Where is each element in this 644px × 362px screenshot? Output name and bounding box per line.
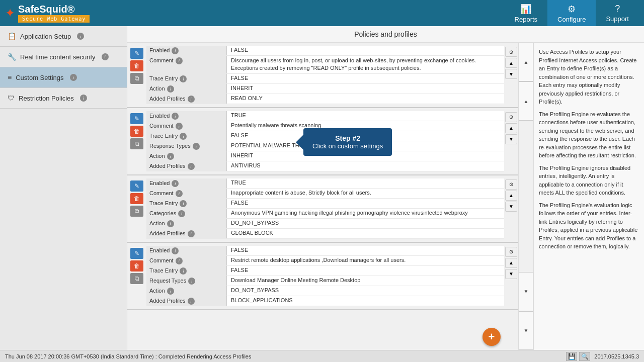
scroll-up-2[interactable]: ⊙ <box>505 112 517 122</box>
logo-subtitle: Secure Web Gateway <box>18 15 90 23</box>
field-row: Action i DO_NOT_BYPASS <box>146 219 504 229</box>
restriction-policies-icon: 🛡 <box>8 94 15 102</box>
field-value: Inappropriate content is abuse, Strictly… <box>227 189 504 198</box>
copy-button-4[interactable]: ⧉ <box>130 273 143 284</box>
application-setup-icon: 📋 <box>8 32 16 40</box>
nav-support[interactable]: ? Support <box>596 0 639 27</box>
realtime-content-info-icon: i <box>102 53 109 60</box>
scroll-down-button[interactable]: ▼ <box>519 272 533 311</box>
scroll-up-3[interactable]: ⊙ <box>505 179 517 190</box>
field-value: TRUE <box>227 111 504 121</box>
version-text: 2017.0525.1345.3 <box>594 353 639 359</box>
scroll-top-button[interactable]: ▲ <box>519 43 533 81</box>
status-message: Thu Jun 08 2017 20:00:36 GMT+0530 (India… <box>5 353 251 359</box>
field-row: Enabled i TRUE <box>146 111 504 121</box>
scroll-up-4[interactable]: ⊙ <box>505 247 517 257</box>
add-policy-button[interactable]: + <box>482 328 501 346</box>
info-icon: i <box>178 210 185 217</box>
field-label: Trace Entry i <box>146 266 227 276</box>
edit-button-2[interactable]: ✎ <box>130 113 143 124</box>
field-value: TRUE <box>227 178 504 188</box>
search-icon-button[interactable]: 🔍 <box>579 352 590 361</box>
info-icon: i <box>188 298 195 305</box>
scroll-bottom-button[interactable]: ▼ <box>519 311 533 350</box>
field-label: Enabled i <box>146 46 227 55</box>
info-icon: i <box>180 267 187 275</box>
field-row: Enabled i TRUE <box>146 178 504 189</box>
sidebar-item-realtime-content[interactable]: 🔧 Real time content security i <box>0 47 127 67</box>
reports-icon: 📊 <box>520 4 531 15</box>
nav-reports[interactable]: 📊 Reports <box>505 0 548 27</box>
field-row: Trace Entry i FALSE <box>146 74 504 84</box>
policy-actions-2: ✎ 🗑 ⧉ <box>127 111 146 171</box>
delete-button-3[interactable]: 🗑 <box>130 193 143 204</box>
info-icon: i <box>167 153 174 160</box>
field-row: Comment i Discourage all users from log … <box>146 56 504 74</box>
sidebar-item-custom-settings[interactable]: ≡ Custom Settings i <box>0 67 127 88</box>
right-panel-text-3: The Profiling Engine ignores disabled en… <box>539 164 639 197</box>
sidebar-item-application-setup[interactable]: 📋 Application Setup i <box>0 26 127 47</box>
up-2[interactable]: ▲ <box>505 123 517 133</box>
tooltip-bubble: Step #2 Click on custom settings <box>303 128 392 156</box>
field-row: Added Profiles i READ ONLY <box>146 94 504 104</box>
delete-button-4[interactable]: 🗑 <box>130 260 143 272</box>
down-1[interactable]: ▼ <box>505 69 517 79</box>
sidebar-item-restriction-policies-label: Restriction Policies <box>19 95 74 102</box>
nav-configure[interactable]: ⚙ Configure <box>547 0 596 27</box>
field-row: Enabled i FALSE <box>146 246 504 256</box>
content-body: Step #2 Click on custom settings ✎ 🗑 ⧉ E… <box>127 43 644 350</box>
field-label: Added Profiles i <box>146 229 227 238</box>
delete-button-2[interactable]: 🗑 <box>130 126 143 137</box>
scroll-up-1[interactable]: ⊙ <box>505 47 517 57</box>
field-row: Request Types i Download Manager Online … <box>146 276 504 286</box>
field-label: Enabled i <box>146 246 227 255</box>
copy-button-3[interactable]: ⧉ <box>130 206 143 217</box>
field-label: Comment i <box>146 56 227 73</box>
field-label: Action i <box>146 286 227 296</box>
field-value: BLOCK_APPLICATIONS <box>227 296 504 306</box>
scroll-up-button[interactable]: ▲ <box>519 81 533 120</box>
header: ✦ SafeSquid® Secure Web Gateway 📊 Report… <box>0 0 644 26</box>
logo-area: ✦ SafeSquid® Secure Web Gateway <box>5 4 90 23</box>
field-label: Action i <box>146 151 227 161</box>
sidebar-item-restriction-policies[interactable]: 🛡 Restriction Policies i <box>0 88 127 109</box>
content-area: Policies and profiles Step #2 Click on c… <box>127 26 644 350</box>
info-icon: i <box>180 200 187 207</box>
policy-fields-1: Enabled i FALSE Comment i Discourage all… <box>146 46 504 104</box>
sidebar-item-realtime-label: Real time content security <box>20 53 96 61</box>
save-icon-button[interactable]: 💾 <box>566 352 577 361</box>
field-row: Action i DO_NOT_BYPASS <box>146 286 504 296</box>
info-icon: i <box>176 257 183 264</box>
configure-icon: ⚙ <box>568 4 576 15</box>
policy-scroll-3: ⊙ ▲ ▼ <box>504 178 518 239</box>
down-2[interactable]: ▼ <box>505 134 517 144</box>
edit-button-1[interactable]: ✎ <box>130 48 143 59</box>
field-value: Download Manager Online Meeting Remote D… <box>227 276 504 286</box>
restriction-policies-info-icon: i <box>80 95 87 102</box>
field-label: Comment i <box>146 189 227 198</box>
status-right: 💾 🔍 2017.0525.1345.3 <box>566 352 639 361</box>
up-3[interactable]: ▲ <box>505 191 517 201</box>
copy-button-2[interactable]: ⧉ <box>130 138 143 149</box>
field-row: Comment i Restrict remote desktop applic… <box>146 256 504 266</box>
nav-configure-label: Configure <box>557 16 586 23</box>
field-label: Enabled i <box>146 178 227 188</box>
policy-actions-1: ✎ 🗑 ⧉ <box>127 46 146 104</box>
policy-fields-3: Enabled i TRUE Comment i Inappropriate c… <box>146 178 504 239</box>
policy-entry-4: ✎ 🗑 ⧉ Enabled i FALSE Comment i Restrict… <box>127 243 518 310</box>
delete-button-1[interactable]: 🗑 <box>130 60 143 71</box>
up-1[interactable]: ▲ <box>505 58 517 68</box>
field-value: FALSE <box>227 246 504 255</box>
edit-button-3[interactable]: ✎ <box>130 180 143 192</box>
tooltip-text: Click on custom settings <box>312 142 383 150</box>
policy-entry-1: ✎ 🗑 ⧉ Enabled i FALSE Comment i Discoura… <box>127 43 518 108</box>
up-4[interactable]: ▲ <box>505 258 517 268</box>
field-row: Enabled i FALSE <box>146 46 504 56</box>
edit-button-4[interactable]: ✎ <box>130 248 143 259</box>
down-4[interactable]: ▼ <box>505 269 517 279</box>
down-3[interactable]: ▼ <box>505 202 517 212</box>
info-icon: i <box>172 113 179 120</box>
info-icon: i <box>172 47 179 54</box>
policy-scroll-2: ⊙ ▲ ▼ <box>504 111 518 171</box>
copy-button-1[interactable]: ⧉ <box>130 73 143 84</box>
